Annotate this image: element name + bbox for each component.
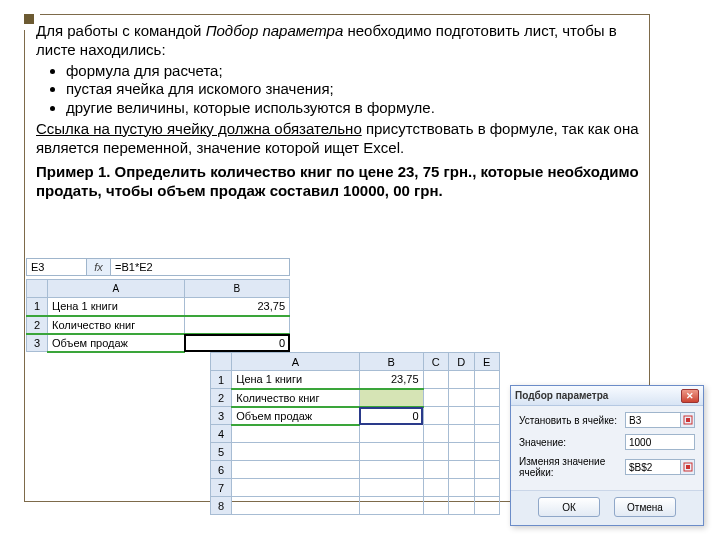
col-header-c[interactable]: C — [423, 353, 449, 371]
input-value[interactable]: 1000 — [625, 434, 695, 450]
cell-selected[interactable]: 0 — [359, 407, 423, 425]
cell[interactable] — [449, 371, 475, 389]
cancel-button[interactable]: Отмена — [614, 497, 676, 517]
range-picker-icon[interactable] — [681, 459, 695, 475]
row-value: Значение: 1000 — [519, 434, 695, 450]
cell[interactable]: Объем продаж — [48, 334, 185, 352]
name-box[interactable]: E3 — [27, 259, 87, 275]
row-header[interactable]: 3 — [27, 334, 48, 352]
row-header[interactable]: 1 — [27, 298, 48, 316]
col-header-b[interactable]: B — [359, 353, 423, 371]
row-header[interactable]: 8 — [211, 497, 232, 515]
spreadsheet-1: E3 fx =B1*E2 A B 1 Цена 1 книги 23,75 2 … — [26, 258, 290, 353]
label-set-cell: Установить в ячейке: — [519, 415, 625, 426]
cell[interactable] — [449, 461, 475, 479]
row-header[interactable]: 6 — [211, 461, 232, 479]
col-header-d[interactable]: D — [449, 353, 475, 371]
cell[interactable] — [423, 479, 449, 497]
cell-selected[interactable]: 0 — [184, 334, 289, 352]
cell[interactable]: Цена 1 книги — [232, 371, 360, 389]
col-header-b[interactable]: B — [184, 280, 289, 298]
row-header[interactable]: 3 — [211, 407, 232, 425]
grid-2: A B C D E 1Цена 1 книги23,75 2Количество… — [210, 352, 500, 515]
cell[interactable] — [359, 425, 423, 443]
cell[interactable] — [449, 425, 475, 443]
example-heading: Пример 1. Определить количество книг по … — [36, 163, 640, 201]
cell[interactable] — [232, 443, 360, 461]
cell[interactable] — [474, 497, 500, 515]
row-changing-cell: Изменяя значение ячейки: $B$2 — [519, 456, 695, 478]
cell[interactable] — [423, 497, 449, 515]
note-paragraph: Ссылка на пустую ячейку должна обязатель… — [36, 120, 640, 158]
cell-highlighted[interactable] — [359, 389, 423, 407]
row-header[interactable]: 2 — [27, 316, 48, 334]
svg-rect-3 — [686, 465, 690, 469]
cell[interactable] — [359, 461, 423, 479]
cell[interactable] — [449, 479, 475, 497]
cell[interactable] — [474, 389, 500, 407]
cell[interactable] — [474, 479, 500, 497]
cell[interactable]: Объем продаж — [232, 407, 360, 425]
cell[interactable] — [474, 371, 500, 389]
cell[interactable] — [359, 497, 423, 515]
cell[interactable] — [423, 461, 449, 479]
corner-cell[interactable] — [211, 353, 232, 371]
row-set-cell: Установить в ячейке: B3 — [519, 412, 695, 428]
corner-cell[interactable] — [27, 280, 48, 298]
cell[interactable] — [423, 389, 449, 407]
row-header[interactable]: 1 — [211, 371, 232, 389]
row-header[interactable]: 7 — [211, 479, 232, 497]
close-button[interactable]: ✕ — [681, 389, 699, 403]
cell[interactable] — [449, 389, 475, 407]
cell[interactable]: 23,75 — [184, 298, 289, 316]
document-text: Для работы с командой Подбор параметра н… — [36, 22, 640, 201]
cell[interactable] — [423, 407, 449, 425]
cell[interactable] — [449, 497, 475, 515]
cell[interactable] — [449, 443, 475, 461]
label-value: Значение: — [519, 437, 625, 448]
cell[interactable] — [423, 425, 449, 443]
row-header[interactable]: 2 — [211, 389, 232, 407]
svg-rect-1 — [686, 418, 690, 422]
dialog-buttons: ОК Отмена — [511, 490, 703, 525]
ok-button[interactable]: ОК — [538, 497, 600, 517]
cell[interactable] — [232, 461, 360, 479]
cell[interactable] — [449, 407, 475, 425]
cell[interactable] — [359, 443, 423, 461]
input-set-cell[interactable]: B3 — [625, 412, 681, 428]
fx-icon[interactable]: fx — [87, 259, 111, 275]
dialog-titlebar[interactable]: Подбор параметра ✕ — [511, 386, 703, 406]
formula-input[interactable]: =B1*E2 — [111, 259, 289, 275]
bullet-3: другие величины, которые используются в … — [66, 99, 640, 118]
cell[interactable]: Количество книг — [48, 316, 185, 334]
label-changing-cell: Изменяя значение ячейки: — [519, 456, 625, 478]
range-picker-icon[interactable] — [681, 412, 695, 428]
cell[interactable] — [474, 461, 500, 479]
cell[interactable] — [184, 316, 289, 334]
intro-command-name: Подбор параметра — [206, 22, 344, 39]
cell[interactable] — [474, 425, 500, 443]
cell[interactable] — [474, 407, 500, 425]
col-header-e[interactable]: E — [474, 353, 500, 371]
cell[interactable]: Цена 1 книги — [48, 298, 185, 316]
goal-seek-dialog: Подбор параметра ✕ Установить в ячейке: … — [510, 385, 704, 526]
input-changing-cell[interactable]: $B$2 — [625, 459, 681, 475]
cell[interactable] — [359, 479, 423, 497]
bullet-1: формула для расчета; — [66, 62, 640, 81]
row-header[interactable]: 5 — [211, 443, 232, 461]
grid-1: A B 1 Цена 1 книги 23,75 2 Количество кн… — [26, 279, 290, 353]
cell[interactable]: Количество книг — [232, 389, 360, 407]
bullet-2: пустая ячейка для искомого значения; — [66, 80, 640, 99]
cell[interactable] — [232, 479, 360, 497]
cell[interactable]: 23,75 — [359, 371, 423, 389]
cell[interactable] — [232, 497, 360, 515]
row-header[interactable]: 4 — [211, 425, 232, 443]
dialog-title: Подбор параметра — [515, 390, 608, 401]
cell[interactable] — [423, 371, 449, 389]
col-header-a[interactable]: A — [232, 353, 360, 371]
col-header-a[interactable]: A — [48, 280, 185, 298]
cell[interactable] — [232, 425, 360, 443]
cell[interactable] — [474, 443, 500, 461]
cell[interactable] — [423, 443, 449, 461]
note-underlined: Ссылка на пустую ячейку должна обязатель… — [36, 120, 362, 137]
